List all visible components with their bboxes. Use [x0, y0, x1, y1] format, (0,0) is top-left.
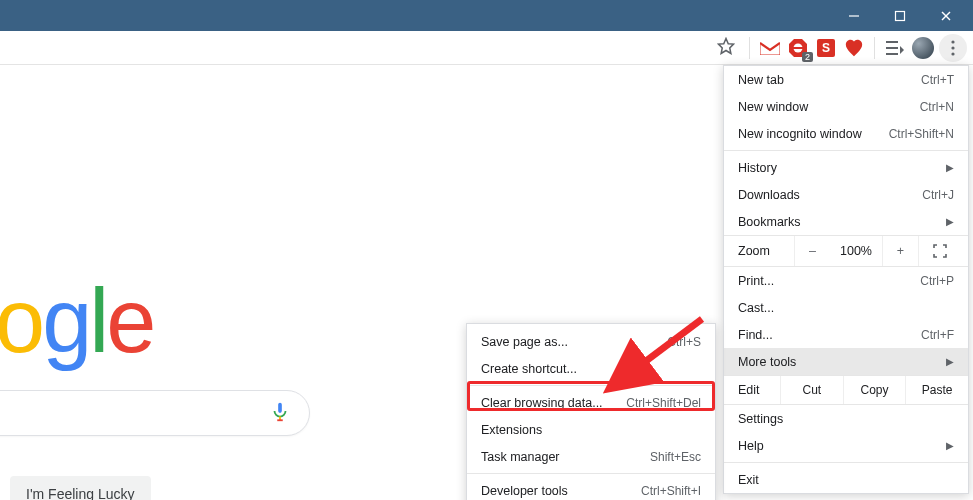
- svg-rect-14: [278, 403, 282, 413]
- menu-cut[interactable]: Cut: [780, 376, 843, 404]
- s-extension-icon[interactable]: S: [814, 36, 838, 60]
- menu-edit-row: Edit Cut Copy Paste: [724, 375, 968, 405]
- submenu-extensions[interactable]: Extensions: [467, 416, 715, 443]
- menu-cast[interactable]: Cast...: [724, 294, 968, 321]
- adblock-extension-icon[interactable]: 2: [786, 36, 810, 60]
- submenu-save-page[interactable]: Save page as...Ctrl+S: [467, 328, 715, 355]
- more-tools-submenu: Save page as...Ctrl+S Create shortcut...…: [466, 323, 716, 500]
- submenu-task-manager[interactable]: Task managerShift+Esc: [467, 443, 715, 470]
- svg-point-13: [951, 52, 954, 55]
- svg-rect-7: [793, 47, 803, 49]
- toolbar-separator: [874, 37, 875, 59]
- google-logo: oogle: [0, 270, 153, 373]
- reading-list-icon[interactable]: [883, 36, 907, 60]
- menu-separator: [467, 473, 715, 474]
- menu-bookmarks[interactable]: Bookmarks▶: [724, 208, 968, 235]
- svg-point-11: [951, 40, 954, 43]
- menu-history[interactable]: History▶: [724, 154, 968, 181]
- menu-copy[interactable]: Copy: [843, 376, 906, 404]
- minimize-button[interactable]: [831, 0, 877, 31]
- zoom-value: 100%: [830, 244, 882, 258]
- toolbar-separator: [749, 37, 750, 59]
- profile-avatar[interactable]: [911, 36, 935, 60]
- extension-badge: 2: [802, 52, 813, 62]
- zoom-out-button[interactable]: –: [794, 236, 830, 266]
- menu-settings[interactable]: Settings: [724, 405, 968, 432]
- voice-search-icon[interactable]: [269, 401, 293, 425]
- search-input[interactable]: [0, 390, 310, 436]
- menu-separator: [467, 385, 715, 386]
- menu-separator: [724, 150, 968, 151]
- menu-zoom-row: Zoom – 100% +: [724, 235, 968, 267]
- menu-print[interactable]: Print...Ctrl+P: [724, 267, 968, 294]
- heart-extension-icon[interactable]: [842, 36, 866, 60]
- fullscreen-button[interactable]: [918, 236, 960, 266]
- menu-more-tools[interactable]: More tools▶: [724, 348, 968, 375]
- chrome-main-menu: New tabCtrl+T New windowCtrl+N New incog…: [723, 65, 969, 494]
- menu-new-tab[interactable]: New tabCtrl+T: [724, 66, 968, 93]
- submenu-developer-tools[interactable]: Developer toolsCtrl+Shift+I: [467, 477, 715, 500]
- menu-help[interactable]: Help▶: [724, 432, 968, 459]
- zoom-in-button[interactable]: +: [882, 236, 918, 266]
- window-titlebar: [0, 0, 973, 31]
- maximize-button[interactable]: [877, 0, 923, 31]
- svg-rect-1: [896, 11, 905, 20]
- feeling-lucky-button[interactable]: I'm Feeling Lucky: [10, 476, 151, 500]
- menu-zoom-label: Zoom: [724, 244, 794, 258]
- bookmark-star-icon[interactable]: [711, 33, 741, 63]
- menu-paste[interactable]: Paste: [905, 376, 968, 404]
- svg-marker-4: [719, 38, 734, 53]
- menu-new-window[interactable]: New windowCtrl+N: [724, 93, 968, 120]
- page-content: oogle I'm Feeling Lucky New tabCtrl+T Ne…: [0, 65, 973, 500]
- menu-separator: [724, 462, 968, 463]
- close-button[interactable]: [923, 0, 969, 31]
- menu-edit-label: Edit: [724, 376, 780, 404]
- menu-new-incognito[interactable]: New incognito windowCtrl+Shift+N: [724, 120, 968, 147]
- gmail-extension-icon[interactable]: [758, 36, 782, 60]
- chrome-menu-button[interactable]: [939, 34, 967, 62]
- submenu-create-shortcut[interactable]: Create shortcut...: [467, 355, 715, 382]
- menu-exit[interactable]: Exit: [724, 466, 968, 493]
- submenu-clear-browsing-data[interactable]: Clear browsing data...Ctrl+Shift+Del: [467, 389, 715, 416]
- svg-point-12: [951, 46, 954, 49]
- browser-toolbar: 2 S: [0, 31, 973, 65]
- menu-find[interactable]: Find...Ctrl+F: [724, 321, 968, 348]
- menu-downloads[interactable]: DownloadsCtrl+J: [724, 181, 968, 208]
